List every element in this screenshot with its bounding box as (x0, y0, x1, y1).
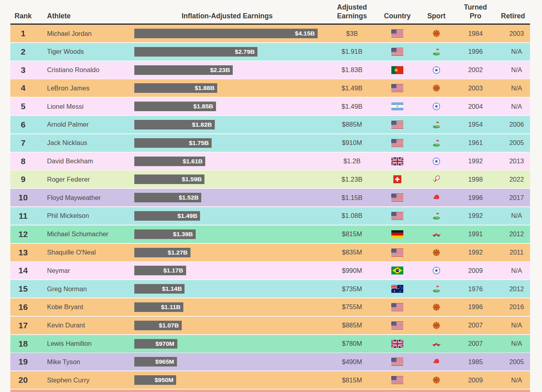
golf-icon (432, 139, 441, 147)
rank-value: 7 (10, 138, 36, 148)
country-cell (377, 212, 418, 220)
golf-icon (432, 284, 441, 293)
athlete-name: Tiger Woods (36, 48, 134, 55)
retired-value: 2003 (496, 30, 530, 37)
golf-icon (432, 47, 441, 56)
sport-cell (418, 321, 455, 330)
retired-value: N/A (496, 66, 530, 74)
table-row: 2 Tiger Woods $2.79B $1.91B 1996 N/A (10, 43, 530, 61)
retired-value: 2022 (496, 176, 530, 183)
flag-us-icon (391, 249, 403, 257)
table-body: 1 Michael Jordan $4.15B $3B 1984 2003 2 … (10, 25, 530, 389)
adjusted-earnings-value: $1.2B (327, 157, 377, 165)
column-header-country: Country (377, 12, 418, 24)
rank-value: 9 (10, 174, 36, 184)
earnings-bar-cell: $970M (134, 339, 327, 349)
athlete-name: David Beckham (36, 157, 134, 165)
table-row: 9 Roger Federer $1.59B $1.23B 1998 2022 (10, 171, 530, 188)
country-cell (377, 121, 418, 129)
sport-cell (418, 230, 455, 239)
earnings-bar-track: $970M (134, 339, 318, 349)
retired-value: N/A (496, 212, 530, 220)
turned-pro-value: 1991 (455, 230, 496, 238)
adjusted-earnings-value: $815M (327, 376, 377, 384)
sport-cell (418, 120, 455, 129)
retired-value: N/A (496, 48, 530, 55)
country-cell (377, 102, 418, 110)
sport-cell (418, 66, 455, 74)
flag-ar-icon (391, 102, 403, 110)
rank-value: 10 (10, 193, 36, 202)
earnings-bar-label: $1.75B (189, 138, 209, 148)
earnings-bar: $1.61B (134, 157, 205, 166)
adjusted-earnings-value: $1.08B (327, 212, 377, 220)
earnings-bar-cell: $1.17B (134, 266, 327, 275)
retired-value: 2012 (496, 230, 530, 238)
golf-icon (432, 120, 441, 129)
flag-br-icon (391, 267, 403, 274)
sport-cell (418, 339, 455, 348)
athlete-name: Cristiano Ronaldo (36, 66, 134, 74)
table-row: 14 Neymar $1.17B $990M 2009 N/A (10, 262, 530, 279)
sport-cell (418, 102, 455, 111)
athlete-name: Floyd Mayweather (36, 194, 134, 202)
adjusted-earnings-value: $755M (327, 303, 377, 311)
turned-pro-value: 1954 (455, 121, 496, 128)
earnings-bar-label: $2.79B (235, 47, 255, 57)
turned-pro-value: 1996 (455, 303, 496, 311)
sport-cell (418, 284, 455, 293)
athlete-name: Phil Mickelson (36, 212, 134, 220)
adjusted-earnings-value: $885M (327, 121, 377, 128)
table-row: 18 Lewis Hamilton $970M $780M 2007 N/A (10, 335, 530, 353)
turned-pro-value: 1992 (455, 157, 496, 165)
athlete-name: Shaquille O'Neal (36, 249, 134, 256)
earnings-bar: $1.39B (134, 229, 196, 239)
table-row: 6 Arnold Palmer $1.82B $885M 1954 2006 (10, 116, 530, 133)
country-cell (377, 285, 418, 293)
country-cell (377, 48, 418, 56)
column-header-adjusted-earnings: Adjusted Earnings (327, 3, 377, 24)
retired-value: 2016 (496, 303, 530, 311)
sport-cell (418, 266, 455, 275)
basketball-icon (432, 84, 441, 92)
sport-cell (418, 175, 455, 184)
soccer-icon (432, 266, 441, 275)
athlete-name: Michael Jordan (36, 30, 134, 37)
earnings-bar: $1.52B (134, 193, 201, 202)
flag-us-icon (391, 194, 403, 202)
country-cell (377, 194, 418, 202)
earnings-bar-track: $1.61B (134, 157, 318, 166)
column-header-retired: Retired (496, 12, 530, 24)
rank-value: 13 (10, 248, 36, 257)
soccer-icon (432, 66, 441, 74)
turned-pro-value: 2004 (455, 103, 496, 110)
rank-value: 16 (10, 302, 36, 312)
earnings-bar-cell: $1.52B (134, 193, 327, 202)
golf-icon (432, 212, 441, 220)
earnings-bar-track: $1.49B (134, 211, 318, 221)
earnings-bar: $1.14B (134, 284, 185, 294)
athlete-name: Stephen Curry (36, 376, 134, 384)
retired-value: 2005 (496, 358, 530, 366)
column-header-inflation-adjusted-earnings: Inflation-Adjusted Earnings (134, 12, 327, 24)
earnings-bar-label: $1.82B (192, 120, 212, 129)
earnings-bar-track: $1.52B (134, 193, 318, 202)
flag-pt-icon (391, 66, 403, 74)
athlete-name: LeBron James (36, 84, 134, 92)
earnings-bar-cell: $1.75B (134, 138, 327, 148)
column-header-rank: Rank (10, 12, 36, 24)
turned-pro-value: 2009 (455, 376, 496, 384)
country-cell (377, 175, 418, 183)
earnings-bar-track: $965M (134, 357, 318, 367)
earnings-bar-track: $950M (134, 375, 318, 385)
earnings-bar-cell: $1.39B (134, 229, 327, 239)
retired-value: 2011 (496, 249, 530, 256)
athlete-name: Lewis Hamilton (36, 340, 134, 347)
sport-cell (418, 47, 455, 56)
adjusted-earnings-value: $1.49B (327, 103, 377, 110)
earnings-bar-cell: $950M (134, 375, 327, 385)
earnings-bar-cell: $2.23B (134, 65, 327, 75)
table-row: 4 LeBron James $1.88B $1.49B 2003 N/A (10, 79, 530, 97)
rank-value: 12 (10, 229, 36, 239)
earnings-bar-cell: $4.15B (134, 29, 327, 38)
